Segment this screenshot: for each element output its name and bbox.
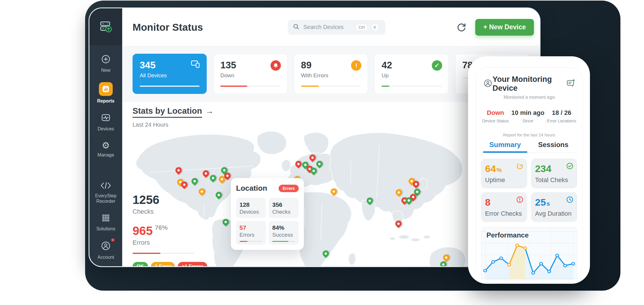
- checks-label: Checks: [133, 208, 202, 215]
- map-pin-ok[interactable]: [315, 159, 324, 168]
- legend-ok: OK: [133, 262, 148, 266]
- map-heading: Stats by Location→ Last 24 Hours: [133, 106, 214, 128]
- sidebar-item-manage[interactable]: ⚙ Manage: [89, 141, 122, 158]
- gear-icon: ⚙: [102, 141, 110, 150]
- message-note-icon[interactable]: [566, 79, 575, 89]
- performance-title: Performance: [486, 231, 529, 239]
- stat-card-down[interactable]: 135 Down: [213, 54, 287, 94]
- arrow-right-icon: →: [206, 107, 214, 115]
- check-circle-icon: [566, 162, 574, 170]
- sidebar-item-devices[interactable]: Devices: [89, 113, 122, 132]
- phone-screen: Your Monitoring Device Monitored a momen…: [471, 60, 586, 280]
- sidebar-item-label: Account: [96, 254, 115, 260]
- map-pin-error[interactable]: [308, 153, 317, 162]
- grid-dots-icon: [101, 213, 110, 224]
- devices-icon: [190, 59, 201, 70]
- device-subtitle: Monitored a moment ago: [481, 95, 577, 100]
- warning-icon: !: [351, 60, 361, 71]
- map-overlay-stats: 1256 Checks 96576% Errors: [133, 193, 202, 254]
- shortcut-k-key: K: [371, 23, 379, 31]
- tab-summary[interactable]: Summary: [481, 141, 529, 152]
- tooltip-title: Location: [236, 184, 267, 193]
- search-input[interactable]: [303, 24, 352, 31]
- status-device-status: Down Device Status: [481, 109, 510, 124]
- tooltip-cell-checks: 356 Checks: [269, 198, 299, 218]
- sidebar-item-label: Devices: [97, 126, 115, 132]
- clock-icon: [566, 196, 574, 203]
- new-device-label: + New Device: [483, 23, 526, 31]
- map-pin-ok[interactable]: [321, 249, 330, 258]
- map-pin-ok[interactable]: [365, 196, 374, 205]
- metric-cards: 64% Uptime 234 Total Cheks 8 Error Check…: [481, 159, 577, 222]
- phone-mockup: Your Monitoring Device Monitored a momen…: [468, 56, 590, 284]
- map-pin-error[interactable]: [201, 169, 210, 178]
- map-pin-error[interactable]: [294, 159, 303, 168]
- errors-label: Errors: [133, 239, 202, 246]
- notification-dot: [111, 238, 114, 242]
- person-circle-icon: [483, 79, 492, 89]
- map-pin-ok[interactable]: [221, 217, 230, 226]
- device-status-row: Down Device Status 10 min ago Since 18 /…: [481, 109, 577, 124]
- map-pin-warn[interactable]: [329, 187, 338, 196]
- sidebar-item-label: EveryStep Recorder: [89, 193, 122, 204]
- tooltip-errors-badge: Errors: [279, 185, 299, 192]
- metric-total-checks: 234 Total Cheks: [531, 159, 577, 188]
- sidebar-item-label: Reports: [96, 98, 116, 104]
- tooltip-cell-devices: 128 Devices: [236, 198, 266, 218]
- map-pin-ok[interactable]: [208, 173, 217, 182]
- search-icon: [293, 24, 299, 31]
- performance-panel: Performance: [481, 227, 577, 280]
- stat-label: Up: [382, 72, 441, 79]
- map-subtitle: Last 24 Hours: [133, 121, 214, 128]
- sidebar-item-label: Solutions: [95, 226, 116, 231]
- bar-chart-icon: [99, 82, 113, 96]
- account-icon: [101, 241, 111, 252]
- app-logo[interactable]: [89, 8, 122, 46]
- sidebar-item-everystep-recorder[interactable]: EveryStep Recorder: [89, 182, 122, 204]
- sidebar-item-new[interactable]: New: [89, 54, 122, 73]
- tab-sessions[interactable]: Sessions: [529, 141, 578, 152]
- stat-card-all-devices[interactable]: 345 All Devices: [133, 54, 207, 94]
- map-pin-ok[interactable]: [214, 190, 223, 199]
- legend-many-errors: >1 Errors: [178, 262, 207, 266]
- stat-label: All Devices: [140, 72, 200, 79]
- search-box[interactable]: Ctrl K: [288, 20, 386, 35]
- map-legend: OK 1 Error >1 Errors: [133, 262, 207, 266]
- server-upload-logo-icon: [99, 20, 112, 34]
- stat-label: With Errors: [301, 72, 361, 79]
- legend-one-error: 1 Error: [151, 262, 175, 266]
- map-pin-warn[interactable]: [394, 188, 403, 197]
- map-pin-error[interactable]: [174, 166, 183, 175]
- sidebar-item-solutions[interactable]: Solutions: [89, 213, 122, 231]
- stat-card-with-errors[interactable]: 89 With Errors !: [294, 54, 368, 94]
- header: Monitor Status Ctrl K + New Device: [122, 8, 540, 46]
- bell-icon: [271, 60, 281, 71]
- errors-value: 96576%: [133, 224, 202, 238]
- map-pin-ok[interactable]: [190, 177, 199, 186]
- stat-card-up[interactable]: 42 Up ✓: [374, 54, 448, 94]
- page-title: Monitor Status: [133, 22, 203, 33]
- status-error-locations: 18 / 26 Error Locations: [545, 109, 577, 124]
- code-brackets-icon: [100, 182, 112, 191]
- new-device-button[interactable]: + New Device: [475, 19, 534, 36]
- metric-avg-duration: 25s Avg Duration: [531, 192, 577, 222]
- metric-error-checks: 8 Error Checks: [481, 192, 527, 222]
- errors-percent: 76%: [155, 224, 168, 231]
- errors-progress-bar: [133, 253, 194, 254]
- stats-by-location-link[interactable]: Stats by Location: [133, 106, 202, 118]
- map-pin-error[interactable]: [394, 219, 403, 228]
- tooltip-cell-errors: 57 Errors: [236, 221, 266, 245]
- sidebar-item-reports[interactable]: Reports: [89, 82, 122, 104]
- sidebar-item-label: New: [100, 67, 112, 73]
- metric-uptime: 64% Uptime: [481, 159, 527, 188]
- phone-tabs: Summary Sessions: [481, 141, 577, 153]
- refresh-button[interactable]: [456, 22, 467, 32]
- gauge-icon: [516, 162, 524, 170]
- sidebar: New Reports Devices ⚙ Manage: [89, 8, 122, 266]
- sidebar-item-label: Manage: [96, 152, 115, 158]
- device-card: Your Monitoring Device Monitored a momen…: [476, 67, 583, 276]
- map-pin-warn[interactable]: [442, 253, 451, 262]
- sidebar-item-account[interactable]: Account: [89, 241, 122, 260]
- plus-circle-icon: [101, 54, 111, 65]
- checks-value: 1256: [133, 193, 202, 207]
